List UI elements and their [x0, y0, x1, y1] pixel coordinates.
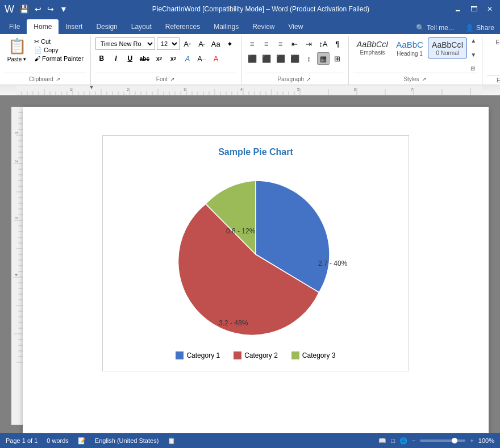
zoom-slider[interactable]	[420, 439, 465, 442]
underline-btn[interactable]: U	[124, 52, 136, 65]
align-left-btn[interactable]: ⬛	[246, 52, 259, 65]
paste-button[interactable]: 📋 Paste▼	[5, 37, 30, 62]
tab-review[interactable]: Review	[245, 19, 281, 34]
shading-btn[interactable]: ▦	[317, 52, 330, 65]
decrease-indent-btn[interactable]: ⇤	[289, 37, 301, 50]
tab-mailings[interactable]: Mailings	[207, 19, 245, 34]
svg-text:4: 4	[14, 274, 18, 276]
tab-design[interactable]: Design	[89, 19, 124, 34]
styles-more-btn[interactable]: ⊟	[470, 65, 476, 72]
tab-home[interactable]: Home	[27, 19, 59, 34]
legend-color-cat2	[234, 351, 241, 359]
strikethrough-btn[interactable]: abc	[138, 52, 151, 65]
view-print-btn[interactable]: □	[391, 437, 395, 444]
clipboard-expand-btn[interactable]: ↗	[55, 75, 61, 83]
styles-expand-btn[interactable]: ↗	[420, 75, 427, 83]
zoom-in-btn[interactable]: +	[470, 437, 473, 444]
zoom-thumb	[452, 438, 457, 443]
styles-scroll-down[interactable]: ▼	[470, 52, 476, 58]
increase-font-btn[interactable]: A+	[181, 37, 194, 50]
copy-button[interactable]: 📄 Copy	[32, 46, 86, 55]
view-web-btn[interactable]: 🌐	[399, 437, 407, 445]
paragraph-label: Paragraph ↗	[246, 73, 344, 85]
font-size-select[interactable]: 12	[157, 37, 180, 50]
paragraph-expand-btn[interactable]: ↗	[305, 75, 312, 83]
legend-cat3: Category 3	[291, 351, 336, 359]
subscript-btn[interactable]: x2	[153, 52, 165, 65]
change-case-btn[interactable]: Aa	[210, 37, 222, 50]
minimize-btn[interactable]: 🗕	[452, 3, 464, 15]
vertical-ruler: 1 2 3 4	[11, 107, 23, 433]
zoom-out-btn[interactable]: −	[412, 437, 415, 444]
decrease-font-btn[interactable]: A-	[195, 37, 208, 50]
align-center-btn[interactable]: ⬛	[260, 52, 273, 65]
window-controls: 🗕 🗖 ✕	[452, 3, 495, 15]
tab-insert[interactable]: Insert	[59, 19, 89, 34]
tab-layout[interactable]: Layout	[124, 19, 159, 34]
styles-scroll-up[interactable]: ▲	[470, 37, 476, 44]
close-btn[interactable]: ✕	[484, 3, 495, 15]
numbered-list-btn[interactable]: ≡	[260, 37, 273, 50]
view-read-btn[interactable]: 📖	[378, 437, 386, 445]
chart-container[interactable]: Sample Pie Chart	[102, 135, 409, 371]
font-expand-btn[interactable]: ↗	[169, 75, 176, 83]
share-btn[interactable]: 👤 Share	[460, 22, 500, 34]
text-effects-btn[interactable]: A	[181, 52, 194, 65]
tab-references[interactable]: References	[159, 19, 207, 34]
tell-me-input[interactable]: 🔍 Tell me...	[410, 22, 460, 34]
font-row-2: B I U abc x2 x2 A A▬ A	[95, 52, 222, 65]
normal-preview: AaBbCcI	[432, 40, 463, 50]
document-page: Sample Pie Chart	[23, 107, 489, 433]
superscript-btn[interactable]: x2	[167, 52, 180, 65]
multilevel-list-btn[interactable]: ≡	[274, 37, 287, 50]
emphasis-label: Emphasis	[360, 49, 385, 56]
paragraph-group: ≡ ≡ ≡ ⇤ ⇥ ↕A ¶ ⬛ ⬛ ⬛ ⬛ ↕ ▦ ⊞ Paragraph ↗	[241, 36, 349, 85]
bold-btn[interactable]: B	[95, 52, 108, 65]
font-group: Times New Ro 12 A+ A- Aa ✦ B I U abc x2 …	[91, 36, 241, 85]
style-heading1[interactable]: AaBbC Heading 1	[393, 37, 427, 58]
font-color-btn[interactable]: A	[210, 52, 222, 65]
normal-label: 0 Normal	[436, 50, 459, 56]
font-label: Font ↗	[95, 73, 236, 85]
maximize-btn[interactable]: 🗖	[468, 3, 480, 15]
font-name-select[interactable]: Times New Ro	[95, 37, 155, 50]
borders-btn[interactable]: ⊞	[331, 52, 344, 65]
heading1-label: Heading 1	[397, 51, 423, 57]
format-painter-button[interactable]: 🖌 Format Painter	[32, 55, 86, 62]
redo-btn[interactable]: ↪	[45, 3, 56, 15]
proofing-icon[interactable]: 📝	[78, 437, 86, 445]
tab-file[interactable]: File	[2, 19, 27, 34]
svg-text:1: 1	[14, 132, 18, 134]
editing-group: Editing Editing	[482, 36, 500, 85]
text-highlight-btn[interactable]: A▬	[195, 52, 208, 65]
line-spacing-btn[interactable]: ↕	[303, 52, 315, 65]
style-normal[interactable]: AaBbCcI 0 Normal	[428, 37, 467, 58]
undo-btn[interactable]: ↩	[33, 3, 43, 15]
align-right-btn[interactable]: ⬛	[274, 52, 287, 65]
style-emphasis[interactable]: AaBbCcI Emphasis	[353, 37, 391, 58]
quick-access-more-btn[interactable]: ▼	[58, 3, 69, 15]
show-marks-btn[interactable]: ¶	[331, 37, 344, 50]
language: English (United States)	[95, 437, 159, 444]
title-text: PieChartInWord [Compatibility Mode] – Wo…	[69, 5, 452, 13]
svg-text:6: 6	[354, 87, 356, 91]
ruler: 1 2 3 4 5 6 7	[0, 85, 500, 95]
clear-formatting-btn[interactable]: ✦	[224, 37, 236, 50]
bullet-list-btn[interactable]: ≡	[246, 37, 259, 50]
style-gallery: AaBbCcI Emphasis AaBbC Heading 1 AaBbCcI…	[353, 37, 468, 58]
tab-view[interactable]: View	[282, 19, 310, 34]
track-changes-icon[interactable]: 📋	[168, 437, 176, 445]
quick-access-toolbar: 💾 ↩ ↪ ▼	[18, 3, 69, 15]
sort-btn[interactable]: ↕A	[317, 37, 330, 50]
increase-indent-btn[interactable]: ⇥	[303, 37, 315, 50]
cut-button[interactable]: ✂ Cut	[32, 37, 86, 46]
save-btn[interactable]: 💾	[18, 3, 31, 15]
label-cat3: 0.8 - 12%	[226, 227, 256, 235]
editing-label: Editing	[487, 75, 500, 85]
justify-btn[interactable]: ⬛	[289, 52, 301, 65]
svg-text:5: 5	[297, 87, 299, 91]
zoom-level: 100%	[478, 437, 494, 444]
tell-me-label: Tell me...	[427, 24, 454, 32]
clipboard-label: Clipboard ↗	[5, 73, 86, 85]
italic-btn[interactable]: I	[110, 52, 122, 65]
